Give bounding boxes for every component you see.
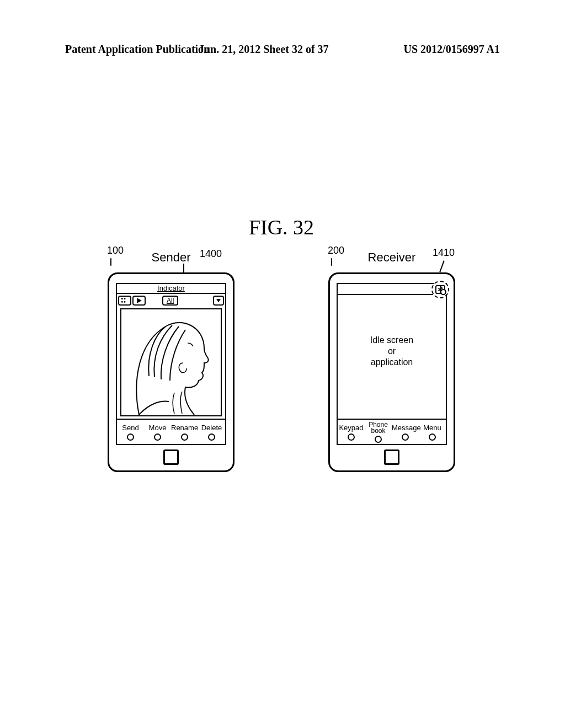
receiver-column: 200 Receiver 1410: [326, 245, 458, 472]
circle-icon: [429, 433, 436, 441]
sender-column: 100 Sender 1400 Indicator Al: [105, 245, 237, 472]
phonebook-button[interactable]: Phone book: [365, 422, 392, 443]
sender-screen: Indicator All: [116, 283, 226, 445]
phonebook-label: Phone book: [369, 421, 388, 435]
indicator-bar: Indicator: [117, 284, 225, 294]
rename-button[interactable]: Rename: [171, 424, 198, 441]
sender-title: Sender: [152, 250, 191, 265]
phones-row: 100 Sender 1400 Indicator Al: [105, 245, 458, 472]
receiver-screen: Idle screen or application Keypad Phone …: [337, 283, 447, 445]
send-button[interactable]: Send: [117, 424, 144, 441]
sender-labels: 100 Sender 1400: [105, 245, 237, 265]
rename-label: Rename: [171, 424, 198, 432]
sender-toolbar: All: [117, 294, 225, 307]
figure-title: FIG. 32: [105, 215, 458, 239]
receiver-phone: Idle screen or application Keypad Phone …: [328, 272, 455, 472]
move-label: Move: [149, 424, 167, 432]
circle-icon: [375, 436, 382, 443]
delete-label: Delete: [201, 424, 222, 432]
all-filter-button[interactable]: All: [162, 296, 178, 306]
circle-icon: [402, 433, 409, 441]
svg-marker-5: [216, 299, 221, 302]
idle-line-3: application: [370, 357, 413, 368]
home-button[interactable]: [163, 449, 179, 465]
send-label: Send: [122, 424, 138, 432]
menu-button[interactable]: Menu: [419, 424, 446, 441]
keypad-label: Keypad: [339, 424, 363, 432]
ref-1410: 1410: [433, 247, 455, 259]
header-sheet-info: Jun. 21, 2012 Sheet 32 of 37: [199, 43, 329, 56]
delete-button[interactable]: Delete: [198, 424, 225, 441]
lead-line-1410: [439, 260, 444, 272]
keypad-button[interactable]: Keypad: [338, 424, 365, 441]
figure-32: FIG. 32 100 Sender 1400 Indicator: [105, 215, 458, 472]
grid-view-icon[interactable]: [118, 296, 131, 306]
home-button[interactable]: [384, 449, 399, 465]
circle-icon: [348, 433, 355, 441]
play-icon[interactable]: [132, 296, 146, 306]
ref-100: 100: [107, 245, 124, 256]
move-button[interactable]: Move: [144, 424, 171, 441]
idle-line-2: or: [370, 346, 413, 357]
sender-phone: Indicator All: [108, 272, 234, 472]
circle-icon: [181, 433, 188, 441]
ref-1400: 1400: [200, 248, 222, 260]
receiver-labels: 200 Receiver 1410: [326, 245, 458, 265]
image-preview[interactable]: [120, 308, 222, 416]
header-pub-number: US 2012/0156997 A1: [404, 43, 500, 56]
receiver-idle-text: Idle screen or application: [338, 284, 446, 419]
receiver-title: Receiver: [368, 250, 416, 265]
header-publication: Patent Application Publication: [65, 43, 210, 56]
svg-point-0: [121, 298, 123, 299]
lead-line-100: [110, 258, 111, 266]
menu-label: Menu: [423, 424, 441, 432]
svg-marker-4: [137, 298, 141, 303]
svg-point-3: [124, 301, 125, 303]
sender-action-bar: Send Move Rename Delete: [117, 419, 225, 444]
circle-icon: [154, 433, 161, 441]
ref-200: 200: [328, 245, 344, 256]
svg-point-1: [124, 298, 125, 299]
circle-icon: [208, 433, 215, 441]
lead-line-200: [331, 258, 332, 266]
message-button[interactable]: Message: [392, 424, 419, 441]
svg-point-2: [121, 301, 123, 303]
circle-icon: [127, 433, 134, 441]
idle-line-1: Idle screen: [370, 335, 413, 346]
message-label: Message: [392, 424, 421, 432]
dropdown-toggle[interactable]: [213, 296, 224, 306]
receiver-action-bar: Keypad Phone book Message Menu: [338, 419, 446, 444]
